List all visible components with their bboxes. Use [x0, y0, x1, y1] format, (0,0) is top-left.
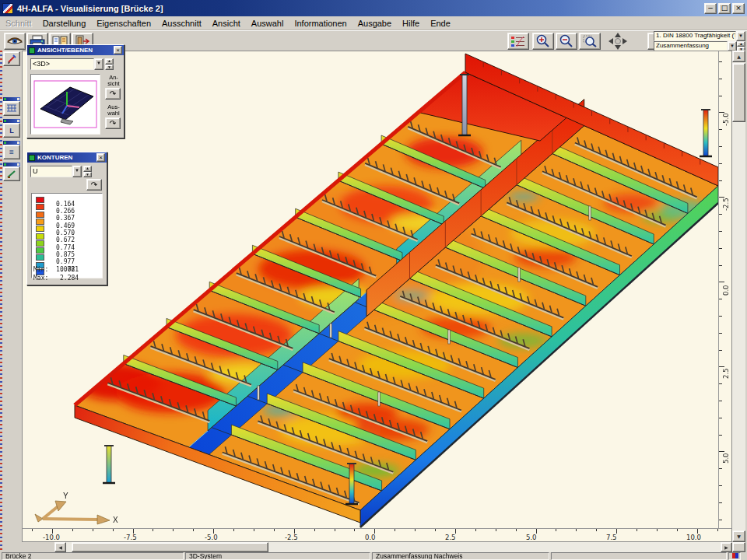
mini-close-icon[interactable]: [17, 142, 19, 144]
list-icon[interactable]: ≡: [3, 145, 20, 159]
spin-down-icon[interactable]: ▼: [83, 172, 92, 178]
spin-up-icon[interactable]: ▲: [83, 166, 92, 172]
bridge-thumbnail-icon: [31, 75, 100, 134]
panel-dot-icon: [4, 120, 6, 122]
mini-title-bar[interactable]: [3, 119, 20, 123]
vertical-scrollbar[interactable]: ▲ ▼: [732, 51, 745, 542]
legend-value: 0.164: [56, 201, 75, 208]
scroll-left-icon[interactable]: ◀: [54, 542, 66, 552]
konturen-apply-button[interactable]: ↷: [86, 179, 102, 191]
menu-item-ansicht[interactable]: Ansicht: [207, 17, 246, 30]
axis-icon[interactable]: L: [3, 123, 20, 138]
ansicht-apply-button[interactable]: ↷: [105, 88, 121, 100]
model-3d-view[interactable]: YX: [23, 51, 719, 529]
tick: [596, 529, 597, 531]
left-dock: L ≡: [0, 51, 22, 552]
drawing-canvas[interactable]: YX -10.0-7.5-5.0-2.50.02.55.07.510.0 -5.…: [22, 51, 732, 542]
zoom-in-button[interactable]: [532, 33, 554, 50]
horizontal-scrollbar[interactable]: ◀ ▶: [54, 542, 732, 552]
menu-item-eigenschaften[interactable]: Eigenschaften: [91, 17, 156, 30]
dropdown-arrow-icon[interactable]: ▼: [94, 58, 103, 70]
maximize-button[interactable]: □: [718, 3, 731, 14]
mini-title-bar[interactable]: [3, 163, 20, 166]
quantity-spinner[interactable]: ▲ ▼: [83, 166, 92, 177]
view-thumbnail[interactable]: [30, 74, 100, 135]
view-combo-value: <3D>: [30, 58, 94, 70]
view-eye-button[interactable]: [4, 33, 26, 50]
spin-up-icon[interactable]: ▲: [737, 41, 745, 47]
spin-up-icon[interactable]: ▲: [105, 58, 114, 65]
min-value: 0.021: [60, 266, 79, 273]
vscroll-thumb[interactable]: [732, 63, 745, 122]
mini-close-icon[interactable]: [17, 163, 19, 166]
scroll-corner: [732, 542, 745, 552]
menu-item-ende[interactable]: Ende: [425, 17, 456, 30]
status-bar: Brücke 23D-SystemZusammenfassung Nachwei…: [0, 552, 747, 560]
pen-icon[interactable]: [3, 166, 20, 181]
dropdown-arrow-icon[interactable]: ▼: [72, 166, 82, 177]
legend-value: 0.469: [56, 222, 75, 229]
mini-panel-mesh[interactable]: [3, 97, 20, 116]
tick: [719, 282, 724, 282]
minimize-button[interactable]: −: [704, 3, 717, 14]
legend-value: 0.875: [56, 251, 75, 258]
panel-dot-icon: [4, 142, 6, 144]
mini-close-icon[interactable]: [17, 98, 19, 100]
panel-dot-icon: [4, 163, 6, 166]
svg-text:Y: Y: [63, 492, 68, 500]
menu-item-ausgabe[interactable]: Ausgabe: [352, 17, 397, 30]
tick: [717, 529, 718, 531]
tick: [719, 231, 722, 232]
auswahl-apply-button[interactable]: ↷: [105, 117, 121, 129]
tick: [395, 529, 395, 531]
status-field-0: Brücke 2: [2, 552, 184, 560]
mini-panel-axes[interactable]: L: [3, 119, 20, 138]
menu-item-informationen[interactable]: Informationen: [289, 17, 352, 30]
close-button[interactable]: ×: [732, 3, 745, 14]
menu-item-auswahl[interactable]: Auswahl: [246, 17, 289, 30]
dropdown-arrow-icon[interactable]: ▼: [736, 31, 745, 41]
ansicht-ebenen-panel[interactable]: ANSICHT/EBENEN × <3D> ▼ ▲ ▼ An- sicht ↷ …: [26, 44, 124, 138]
contour-settings-button[interactable]: [507, 33, 529, 50]
scroll-down-icon[interactable]: ▼: [732, 530, 745, 542]
pan-control[interactable]: [606, 32, 630, 51]
view-combo[interactable]: <3D> ▼: [30, 58, 103, 70]
panel-close-button[interactable]: ×: [96, 153, 105, 162]
norm-combo[interactable]: 1. DIN 18800 Tragfähigkeit (Th ▼: [654, 31, 745, 41]
menu-item-ausschnitt[interactable]: Ausschnitt: [156, 17, 207, 30]
spin-down-icon[interactable]: ▼: [105, 65, 114, 71]
quantity-combo[interactable]: U ▼: [30, 166, 82, 177]
scroll-up-icon[interactable]: ▲: [732, 51, 745, 62]
tick: [719, 451, 724, 452]
quantity-combo-value: U: [30, 166, 72, 177]
status-grip-icon: [728, 552, 741, 560]
tick: [274, 529, 275, 531]
mini-panel-list[interactable]: ≡: [3, 141, 20, 159]
mini-close-icon[interactable]: [17, 120, 19, 122]
legend-swatch: [36, 233, 44, 240]
menu-item-darstellung[interactable]: Darstellung: [37, 17, 92, 30]
panel-title-bar[interactable]: ANSICHT/EBENEN ×: [27, 45, 124, 55]
panel-dot-icon: [4, 98, 6, 100]
tick: [719, 350, 722, 351]
mini-title-bar[interactable]: [3, 141, 20, 145]
mini-title-bar[interactable]: [3, 97, 20, 101]
tick: [475, 529, 476, 531]
scroll-right-icon[interactable]: ▶: [721, 542, 732, 552]
legend-swatch: [36, 212, 44, 218]
panel-close-button[interactable]: ×: [114, 46, 122, 54]
zoom-window-button[interactable]: [579, 33, 601, 50]
zoom-out-button[interactable]: [556, 33, 577, 50]
mini-panel-draw[interactable]: [3, 163, 20, 181]
tick: [719, 468, 722, 469]
tick: [354, 529, 355, 531]
menu-item-hilfe[interactable]: Hilfe: [397, 17, 425, 30]
hscroll-thumb[interactable]: [72, 542, 268, 552]
konturen-panel[interactable]: KONTUREN × U ▼ ▲ ▼ ↷ 0.1640.2660.3670.46…: [26, 152, 107, 285]
panel-title-bar[interactable]: KONTUREN ×: [27, 152, 107, 163]
mesh-icon[interactable]: [3, 101, 20, 116]
draft-tool-button[interactable]: [3, 51, 20, 66]
view-spinner[interactable]: ▲ ▼: [105, 58, 114, 70]
title-bar[interactable]: 4H-ALFA - Visualisierung [Brücke 2] − □ …: [0, 0, 747, 16]
legend-swatch: [36, 219, 44, 225]
